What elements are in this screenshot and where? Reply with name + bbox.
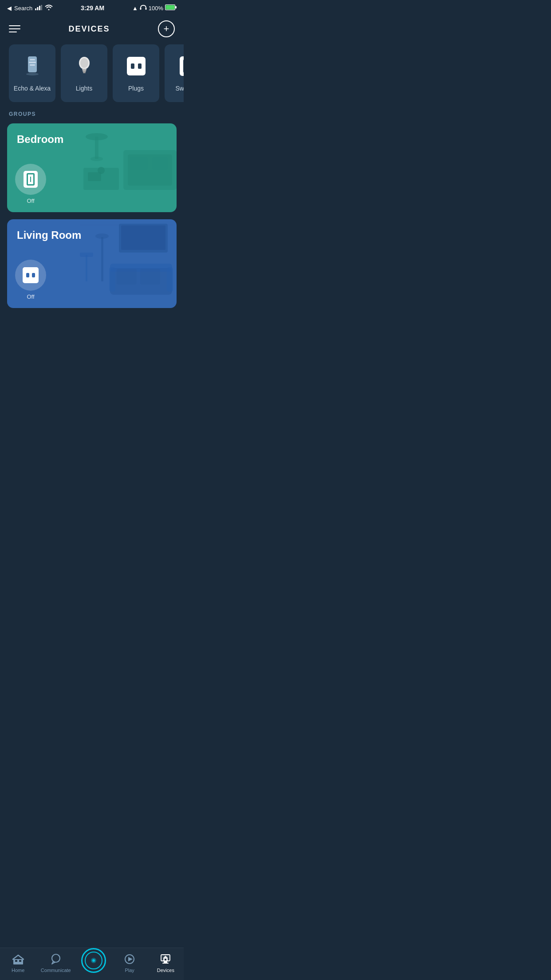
svg-rect-31 — [101, 237, 103, 281]
svg-rect-26 — [130, 157, 148, 170]
svg-point-21 — [91, 157, 103, 161]
svg-rect-37 — [117, 269, 137, 285]
svg-rect-0 — [35, 8, 36, 10]
svg-rect-30 — [121, 225, 165, 250]
svg-rect-38 — [140, 269, 160, 285]
svg-rect-11 — [29, 62, 36, 63]
svg-rect-18 — [83, 72, 86, 73]
svg-rect-40 — [80, 253, 93, 257]
back-arrow: ◀ — [7, 5, 12, 12]
svg-rect-5 — [145, 8, 146, 10]
svg-rect-23 — [88, 172, 101, 181]
hamburger-line-2 — [9, 28, 20, 29]
status-left: ◀ Search — [7, 4, 53, 12]
svg-rect-27 — [152, 157, 168, 170]
categories-scroll: Echo & Alexa Lights — [0, 44, 184, 111]
switches-label: Switches — [175, 85, 184, 92]
status-right: ▲ 100% — [132, 4, 177, 12]
svg-rect-2 — [39, 6, 40, 10]
category-echo[interactable]: Echo & Alexa — [9, 44, 55, 102]
svg-rect-1 — [37, 7, 39, 10]
status-time: 3:29 AM — [81, 4, 104, 12]
bedroom-group-title: Bedroom — [17, 133, 63, 146]
hamburger-line-3 — [9, 32, 17, 32]
svg-rect-36 — [167, 267, 173, 292]
bedroom-switch-line — [30, 177, 31, 182]
add-device-button[interactable]: + — [158, 20, 175, 37]
svg-point-32 — [95, 233, 109, 239]
svg-rect-17 — [83, 71, 86, 72]
location-icon: ▲ — [132, 5, 138, 12]
category-plugs[interactable]: Plugs — [113, 44, 159, 102]
page-title: DEVICES — [68, 24, 110, 34]
signal-icon — [35, 5, 42, 12]
echo-label: Echo & Alexa — [14, 85, 51, 92]
plug-dot-left — [131, 63, 134, 69]
category-lights[interactable]: Lights — [61, 44, 107, 102]
carrier-label: Search — [14, 5, 32, 12]
plugs-label: Plugs — [128, 85, 144, 92]
svg-point-15 — [80, 58, 88, 68]
lights-label: Lights — [76, 85, 92, 92]
switches-icon — [177, 55, 184, 78]
livingroom-device-status: Off — [27, 293, 34, 300]
plugs-icon — [125, 55, 148, 78]
svg-rect-3 — [41, 5, 43, 10]
svg-rect-7 — [166, 5, 175, 10]
svg-rect-8 — [175, 6, 177, 8]
svg-rect-16 — [82, 69, 87, 71]
groups-label: GROUPS — [0, 111, 184, 123]
bedroom-device-control: Off — [15, 164, 46, 204]
battery-percent: 100% — [149, 5, 163, 12]
svg-rect-35 — [109, 267, 115, 292]
plug-dot-right-lr — [32, 273, 35, 277]
page-header: DEVICES + — [0, 16, 184, 44]
livingroom-group-title: Living Room — [17, 229, 81, 241]
svg-rect-10 — [30, 59, 35, 60]
plug-dot-left-lr — [26, 273, 29, 277]
svg-rect-4 — [140, 8, 141, 10]
plug-dot-right — [138, 63, 142, 69]
battery-icon — [165, 4, 177, 12]
headphone-icon — [140, 4, 147, 12]
wifi-icon — [45, 4, 53, 12]
svg-point-28 — [98, 167, 105, 174]
bedroom-scene-illustration — [61, 123, 177, 212]
group-card-livingroom[interactable]: Living Room Off — [7, 219, 177, 308]
livingroom-device-circle[interactable] — [15, 260, 46, 291]
status-bar: ◀ Search 3:29 AM ▲ — [0, 0, 184, 16]
main-content: Echo & Alexa Lights — [0, 44, 184, 351]
svg-rect-39 — [86, 255, 87, 281]
hamburger-button[interactable] — [9, 25, 20, 32]
bedroom-device-circle[interactable] — [15, 164, 46, 195]
echo-icon — [21, 55, 44, 78]
svg-rect-12 — [30, 64, 35, 66]
bedroom-device-status: Off — [27, 198, 34, 204]
group-card-bedroom[interactable]: Bedroom Off — [7, 123, 177, 212]
livingroom-device-control: Off — [15, 260, 46, 300]
svg-rect-20 — [95, 137, 98, 159]
svg-point-13 — [26, 73, 39, 75]
lights-icon — [73, 55, 96, 78]
category-switches[interactable]: Switches — [165, 44, 184, 102]
hamburger-line-1 — [9, 25, 20, 26]
